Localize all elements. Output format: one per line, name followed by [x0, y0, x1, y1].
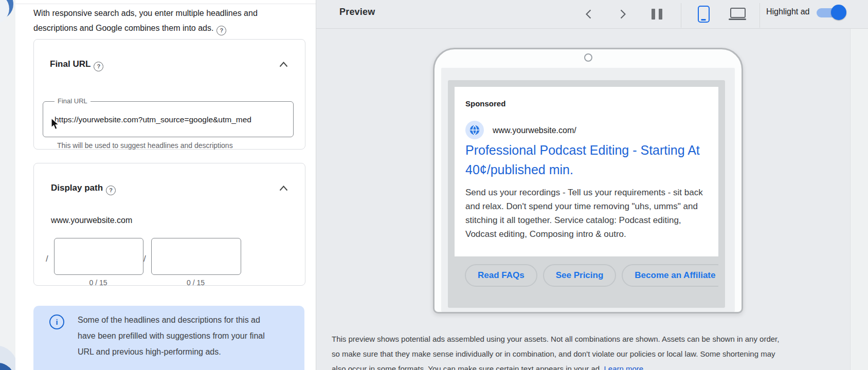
divider [316, 28, 868, 29]
collapse-final-url-button[interactable] [277, 58, 290, 70]
path-separator: / [143, 254, 146, 264]
globe-icon [469, 124, 480, 136]
final-url-helper-text: This will be used to suggest headlines a… [57, 141, 233, 150]
previous-ad-button[interactable] [578, 3, 598, 25]
toggle-thumb [831, 5, 846, 20]
ad-preview-card: Sponsored www.yourwebsite.com/ Professio… [448, 80, 725, 308]
intro-text: With responsive search ads, you enter mu… [33, 6, 279, 35]
ad-sitelink-buttons: Read FAQs See Pricing Become an Affiliat… [455, 264, 718, 290]
disclaimer-text: This preview shows potential ads assembl… [332, 335, 779, 370]
display-path-base-url: www.yourwebsite.com [51, 216, 132, 225]
next-ad-button[interactable] [613, 3, 632, 25]
final-url-card: Final URL? Final URL This will be used t… [33, 39, 305, 150]
preview-title: Preview [339, 7, 375, 17]
learn-more-link[interactable]: Learn more [604, 364, 643, 370]
display-path-input-2-wrap [151, 238, 241, 275]
display-path-input-1-wrap [54, 238, 143, 275]
preview-panel: Preview Highlight ad [316, 0, 868, 370]
smartphone-icon [698, 6, 710, 23]
path-1-char-counter: 0 / 15 [54, 279, 142, 287]
toolbar-divider [760, 3, 760, 28]
ad-button-become-affiliate[interactable]: Become an Affiliate [622, 264, 718, 287]
highlight-ad-toggle[interactable] [817, 8, 844, 18]
help-icon[interactable]: ? [94, 62, 103, 71]
path-separator: / [46, 254, 48, 264]
phone-camera-dot [584, 53, 592, 62]
display-path-input-2[interactable] [152, 238, 241, 274]
chevron-up-icon [279, 186, 288, 191]
pause-icon [652, 9, 662, 20]
mouse-pointer-icon [51, 118, 60, 130]
toolbar-divider [681, 3, 681, 28]
chevron-left-icon [586, 9, 591, 19]
divider [15, 4, 316, 4]
chevron-up-icon [279, 62, 288, 67]
decorative-circle-top-inner [0, 0, 9, 24]
mobile-preview-button[interactable] [694, 3, 713, 25]
display-path-card-title: Display path? [51, 183, 116, 195]
final-url-input-wrap: Final URL [43, 101, 294, 137]
ad-button-see-pricing[interactable]: See Pricing [543, 264, 617, 287]
collapse-display-path-button[interactable] [277, 182, 290, 194]
chevron-right-icon [620, 9, 626, 19]
scroll-gutter [850, 29, 868, 370]
display-path-input-1[interactable] [55, 238, 143, 274]
preview-disclaimer: This preview shows potential ads assembl… [332, 331, 784, 370]
ad-button-read-faqs[interactable]: Read FAQs [465, 264, 537, 287]
sponsored-label: Sponsored [465, 99, 505, 108]
ad-description: Send us your recordings - Tell us your r… [465, 186, 703, 241]
left-gutter [0, 0, 16, 370]
advertiser-avatar [465, 121, 484, 139]
prefill-info-text: Some of the headlines and descriptions f… [78, 312, 267, 360]
highlight-ad-label: Highlight ad [766, 7, 810, 16]
desktop-preview-button[interactable] [728, 3, 747, 25]
help-icon[interactable]: ? [106, 186, 116, 195]
laptop-icon [729, 8, 746, 20]
ad-headline[interactable]: Professional Podcast Editing - Starting … [465, 140, 711, 179]
pause-preview-button[interactable] [647, 3, 666, 25]
ad-setup-panel: With responsive search ads, you enter mu… [15, 0, 316, 370]
path-2-char-counter: 0 / 15 [151, 279, 240, 287]
info-icon: i [49, 314, 64, 329]
final-url-card-title: Final URL? [50, 59, 103, 71]
ad-body: Sponsored www.yourwebsite.com/ Professio… [455, 87, 718, 256]
responsive-search-ad-editor: With responsive search ads, you enter mu… [0, 0, 868, 370]
ad-display-url: www.yourwebsite.com/ [493, 126, 576, 135]
prefill-info-banner: i Some of the headlines and descriptions… [33, 306, 304, 370]
final-url-input[interactable] [53, 102, 285, 138]
help-icon[interactable]: ? [216, 26, 226, 35]
display-path-card: Display path? www.yourwebsite.com / / 0 … [33, 163, 305, 286]
